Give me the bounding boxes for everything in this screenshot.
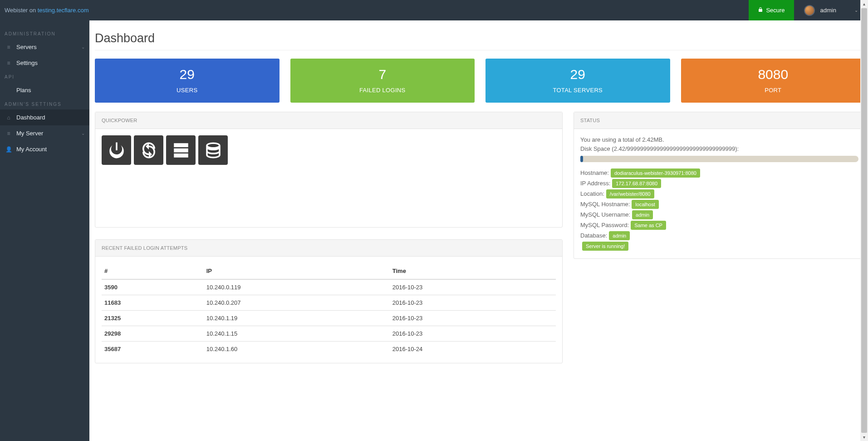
sidebar-item-my-server[interactable]: ≡My Server⌄	[0, 125, 89, 141]
divider	[95, 50, 865, 50]
table-cell: 2016-10-23	[390, 295, 556, 311]
status-usage: You are using a total of 2.42MB.	[580, 135, 858, 144]
list-icon: ≡	[5, 60, 13, 66]
table-cell: 2016-10-23	[390, 279, 556, 295]
table-header: IP	[204, 263, 390, 279]
status-db: Database:admin	[580, 231, 858, 240]
brand-host-link[interactable]: testing.tecflare.com	[38, 7, 89, 14]
table-cell: 2016-10-24	[390, 342, 556, 357]
chevron-down-icon: ⌄	[81, 131, 85, 136]
avatar	[804, 5, 815, 16]
quickpower-panel: QUICKPOWER	[95, 112, 563, 228]
restart-button[interactable]	[134, 135, 163, 165]
mysqlhost-badge: localhost	[632, 200, 658, 209]
sidebar-item-servers[interactable]: ≡Servers⌄	[0, 39, 89, 55]
page-title: Dashboard	[95, 31, 865, 45]
chevron-down-icon: ⌄	[81, 45, 85, 50]
table-cell: 10.240.1.60	[204, 342, 390, 357]
ip-badge: 172.17.68.87:8080	[612, 179, 661, 188]
lock-icon	[758, 7, 763, 14]
table-cell: 10.240.1.15	[204, 326, 390, 342]
db-badge: admin	[609, 231, 630, 240]
topbar-right: Secure admin ⌄	[749, 0, 868, 20]
table-cell: 35687	[102, 342, 204, 357]
stat-card-port[interactable]: 8080PORT	[681, 59, 866, 103]
table-cell: 2016-10-23	[390, 311, 556, 326]
failed-logins-title: RECENT FAILED LOGIN ATTEMPTS	[95, 240, 562, 257]
sidebar-section-title: ADMINISTRATION	[0, 28, 89, 39]
stat-card-total-servers[interactable]: 29TOTAL SERVERS	[485, 59, 670, 103]
sidebar-item-label: Dashboard	[16, 114, 45, 121]
sidebar-section-title: API	[0, 71, 89, 82]
list-icon: ≡	[5, 44, 13, 50]
status-diskspace-label: Disk Space (2.42/99999999999999999999999…	[580, 144, 858, 154]
table-cell: 10.240.1.19	[204, 311, 390, 326]
user-menu-button[interactable]: admin ⌄	[794, 0, 868, 20]
table-cell: 3590	[102, 279, 204, 295]
failed-logins-table: #IPTime 359010.240.0.1192016-10-23116831…	[102, 263, 556, 357]
table-cell: 29298	[102, 326, 204, 342]
stat-value: 8080	[686, 67, 861, 82]
table-row: 2132510.240.1.192016-10-23	[102, 311, 556, 326]
server-button[interactable]	[166, 135, 196, 165]
table-row: 1168310.240.0.2072016-10-23	[102, 295, 556, 311]
status-mysqlhost: MySQL Hostname:localhost	[580, 200, 858, 209]
chevron-down-icon: ⌄	[854, 8, 858, 13]
quickpower-title: QUICKPOWER	[95, 112, 562, 129]
sidebar-item-dashboard[interactable]: ⌂Dashboard	[0, 109, 89, 125]
stat-label: PORT	[686, 87, 861, 94]
hostname-badge: dodiaraculus-webister-3930971:8080	[611, 168, 700, 178]
list-icon: ⌂	[5, 114, 13, 121]
status-running: Server is running!	[580, 242, 858, 251]
stat-value: 29	[490, 67, 666, 82]
table-cell: 11683	[102, 295, 204, 311]
table-cell: 2016-10-23	[390, 326, 556, 342]
stat-label: FAILED LOGINS	[295, 87, 471, 94]
diskspace-progress	[580, 156, 858, 162]
status-mysqlpass: MySQL Password:Same as CP	[580, 221, 858, 230]
failed-logins-panel: RECENT FAILED LOGIN ATTEMPTS #IPTime 359…	[95, 239, 563, 363]
list-icon: ≡	[5, 130, 13, 137]
running-badge: Server is running!	[582, 242, 628, 251]
main: Dashboard 29USERS7FAILED LOGINS29TOTAL S…	[89, 20, 868, 441]
table-cell: 10.240.0.207	[204, 295, 390, 311]
stat-value: 29	[99, 67, 275, 82]
sidebar-item-label: Settings	[16, 59, 38, 66]
sidebar-item-label: My Server	[16, 130, 43, 137]
stat-label: TOTAL SERVERS	[490, 87, 666, 94]
topbar: Webister on testing.tecflare.com Secure …	[0, 0, 868, 20]
status-hostname: Hostname:dodiaraculus-webister-3930971:8…	[580, 168, 858, 178]
brand: Webister on testing.tecflare.com	[5, 7, 88, 14]
scrollbar-down-arrow[interactable]: ▾	[860, 433, 868, 441]
scrollbar-thumb[interactable]	[861, 8, 867, 433]
scrollbar[interactable]: ▴ ▾	[860, 0, 868, 441]
secure-button[interactable]: Secure	[749, 0, 794, 20]
status-title: STATUS	[574, 112, 865, 129]
sidebar-section-title: ADMIN'S SETTINGS	[0, 98, 89, 109]
power-button[interactable]	[102, 135, 131, 165]
table-header: #	[102, 263, 204, 279]
sidebar-item-my-account[interactable]: 👤My Account	[0, 141, 89, 157]
table-cell: 10.240.0.119	[204, 279, 390, 295]
stat-card-failed-logins[interactable]: 7FAILED LOGINS	[290, 59, 475, 103]
mysqlpass-badge: Same as CP	[631, 221, 666, 230]
database-button[interactable]	[198, 135, 228, 165]
sidebar: ADMINISTRATION≡Servers⌄≡SettingsAPIPlans…	[0, 20, 89, 441]
secure-label: Secure	[766, 7, 785, 14]
list-icon: 👤	[5, 146, 13, 153]
status-mysqluser: MySQL Username:admin	[580, 210, 858, 219]
sidebar-item-plans[interactable]: Plans	[0, 82, 89, 98]
sidebar-item-settings[interactable]: ≡Settings	[0, 55, 89, 71]
status-ip: IP Address:172.17.68.87:8080	[580, 179, 858, 188]
stat-cards: 29USERS7FAILED LOGINS29TOTAL SERVERS8080…	[95, 59, 865, 103]
stat-card-users[interactable]: 29USERS	[95, 59, 280, 103]
brand-prefix: Webister on	[5, 7, 38, 14]
sidebar-item-label: Servers	[16, 44, 37, 50]
diskspace-bar	[580, 156, 583, 162]
table-row: 359010.240.0.1192016-10-23	[102, 279, 556, 295]
stat-label: USERS	[99, 87, 275, 94]
status-location: Location:/var/webister/8080	[580, 189, 858, 198]
table-cell: 21325	[102, 311, 204, 326]
scrollbar-up-arrow[interactable]: ▴	[860, 0, 868, 8]
status-panel: STATUS You are using a total of 2.42MB. …	[574, 112, 865, 259]
